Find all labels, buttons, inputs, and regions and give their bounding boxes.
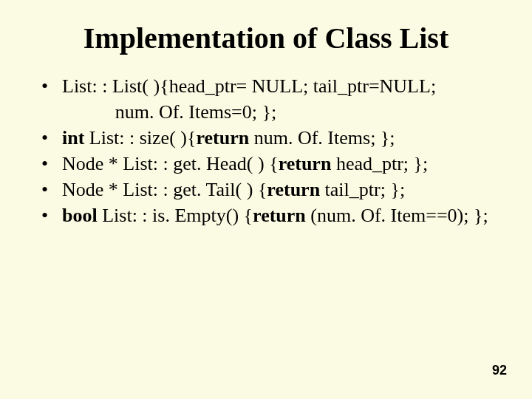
bullet-5-mid: List: : is. Empty() { (102, 205, 253, 226)
bullet-2-kw-return: return (196, 127, 253, 149)
bullet-1-line1: List: : List( ){head_ptr= NULL; tail_ptr… (62, 75, 436, 97)
bullet-2: int List: : size( ){return num. Of. Item… (35, 125, 497, 151)
slide: Implementation of Class List List: : Lis… (0, 0, 532, 399)
bullet-5: bool List: : is. Empty() {return (num. O… (35, 202, 497, 228)
bullet-3-pre: Node * List: : get. Head( ) { (62, 153, 279, 174)
bullet-list: List: : List( ){head_ptr= NULL; tail_ptr… (35, 73, 497, 229)
bullet-2-kw-int: int (62, 127, 89, 149)
bullet-5-post: (num. Of. Item==0); }; (310, 205, 488, 226)
page-number: 92 (492, 363, 507, 378)
bullet-3-post: head_ptr; }; (336, 153, 428, 174)
slide-title: Implementation of Class List (35, 21, 497, 55)
bullet-4-post: tail_ptr; }; (325, 179, 406, 200)
bullet-1: List: : List( ){head_ptr= NULL; tail_ptr… (35, 73, 497, 99)
slide-body: List: : List( ){head_ptr= NULL; tail_ptr… (35, 73, 497, 229)
bullet-3: Node * List: : get. Head( ) {return head… (35, 151, 497, 177)
bullet-3-kw-return: return (279, 153, 336, 174)
bullet-2-post: num. Of. Items; }; (254, 127, 395, 149)
bullet-5-kw-return: return (253, 205, 310, 226)
bullet-1-line2: num. Of. Items=0; }; (35, 99, 330, 125)
bullet-4-pre: Node * List: : get. Tail( ) { (62, 179, 267, 200)
bullet-5-kw-bool: bool (62, 205, 102, 226)
bullet-2-mid: List: : size( ){ (89, 127, 197, 149)
bullet-4-kw-return: return (267, 179, 324, 200)
bullet-4: Node * List: : get. Tail( ) {return tail… (35, 177, 497, 202)
